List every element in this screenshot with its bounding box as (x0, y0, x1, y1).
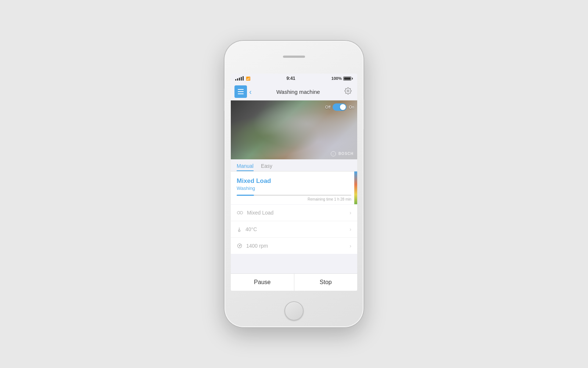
settings-row-load-type[interactable]: Mixed Load › (231, 205, 357, 221)
speed-icon (237, 243, 243, 249)
speed-label: 1400 rpm (246, 243, 349, 249)
signal-dots (235, 76, 244, 81)
remaining-time: Remaining time 1 h 28 min (237, 197, 351, 201)
program-status: Washing (237, 185, 351, 191)
load-type-chevron: › (349, 210, 351, 216)
stop-button[interactable]: Stop (294, 274, 358, 291)
settings-section: Mixed Load › 40°C › (231, 205, 357, 254)
tab-easy[interactable]: Easy (261, 159, 272, 171)
tab-manual[interactable]: Manual (237, 159, 254, 171)
power-toggle[interactable]: Off On (325, 103, 354, 111)
battery-icon (343, 77, 353, 81)
home-button[interactable] (284, 301, 304, 321)
gear-icon (344, 87, 352, 95)
temperature-chevron: › (349, 226, 351, 232)
bosch-logo: ○ BOSCH (331, 151, 354, 156)
svg-point-2 (240, 211, 243, 214)
svg-point-0 (347, 90, 349, 92)
load-type-icon (237, 210, 243, 216)
phone-screen: 📶 9:41 100% ‹ Washing machine (231, 74, 357, 291)
status-time: 9:41 (286, 76, 295, 81)
svg-point-1 (237, 211, 240, 214)
action-bar: Pause Stop (231, 273, 357, 291)
temperature-label: 40°C (245, 226, 349, 232)
settings-row-speed[interactable]: 1400 rpm › (231, 238, 357, 254)
hero-image: Off On ○ BOSCH (231, 100, 357, 159)
status-right: 100% (331, 76, 353, 81)
load-type-label: Mixed Load (247, 210, 349, 216)
back-button[interactable]: ‹ (249, 88, 252, 96)
menu-button[interactable] (234, 85, 247, 98)
speed-chevron: › (349, 243, 351, 249)
settings-button[interactable] (343, 87, 354, 96)
svg-point-6 (239, 245, 240, 246)
program-name: Mixed Load (237, 177, 351, 185)
wifi-icon: 📶 (246, 77, 250, 81)
toggle-off-label: Off (325, 105, 330, 109)
toggle-on-label: On (349, 105, 354, 109)
main-content: Mixed Load Washing Remaining time 1 h 28… (231, 171, 357, 273)
status-left: 📶 (235, 76, 250, 81)
progress-bar-fill (237, 195, 254, 196)
toggle-track[interactable] (333, 103, 347, 111)
progress-bar-container (237, 195, 351, 196)
tabs-bar: Manual Easy (231, 159, 357, 171)
toggle-thumb (340, 104, 346, 110)
page-title: Washing machine (254, 89, 343, 95)
settings-row-temperature[interactable]: 40°C › (231, 221, 357, 238)
status-bar: 📶 9:41 100% (231, 74, 357, 83)
svg-point-4 (239, 230, 240, 232)
program-section: Mixed Load Washing Remaining time 1 h 28… (231, 171, 357, 204)
pause-button[interactable]: Pause (231, 274, 294, 291)
speaker (283, 56, 305, 58)
program-color-indicator (354, 171, 357, 204)
temperature-icon (237, 226, 242, 232)
nav-bar: ‹ Washing machine (231, 83, 357, 100)
phone-device: 📶 9:41 100% ‹ Washing machine (224, 40, 364, 328)
battery-percentage: 100% (331, 76, 342, 81)
